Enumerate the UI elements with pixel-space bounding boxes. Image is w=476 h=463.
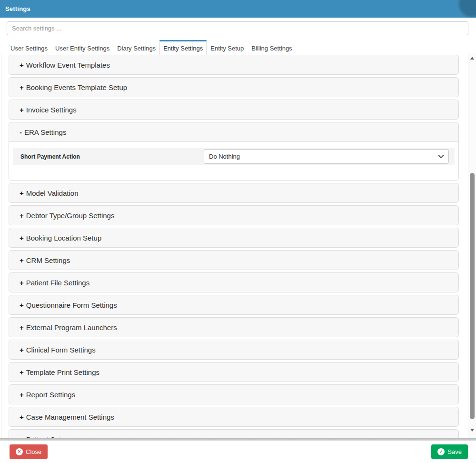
expand-icon: + [20, 302, 24, 309]
accordion-title: CRM Settings [26, 256, 70, 264]
expand-icon: + [20, 413, 24, 421]
accordion-title: ERA Settings [24, 128, 66, 136]
close-button-label: Close [26, 448, 41, 455]
accordion-title: Template Print Settings [26, 368, 99, 376]
expand-icon: + [20, 391, 24, 398]
accordion-header[interactable]: + Booking Location Setup [9, 228, 458, 247]
accordion-title: Questionnaire Form Settings [26, 301, 117, 309]
accordion-header[interactable]: + Booking Events Template Setup [9, 78, 458, 97]
accordion-title: Invoice Settings [26, 106, 77, 114]
tab-label: Entity Settings [163, 45, 203, 52]
accordion-title: Model Validation [26, 189, 79, 197]
scrollbar-thumb[interactable] [470, 173, 475, 419]
expand-icon: + [20, 279, 24, 286]
close-icon: ✕ [16, 448, 23, 455]
accordion-title: External Program Launchers [26, 323, 117, 332]
save-button-label: Save [447, 448, 462, 455]
setting-select[interactable]: Do Nothing [204, 149, 449, 164]
expand-icon: - [20, 129, 22, 136]
search-input[interactable] [7, 21, 468, 35]
tab-label: User Entity Settings [55, 45, 109, 52]
accordion-panel-crm-settings: + CRM Settings [9, 250, 459, 270]
expand-icon: + [20, 84, 24, 91]
accordion-title: Report Settings [26, 391, 75, 399]
accordion-header[interactable]: + Patient Setup [9, 430, 458, 438]
accordion-header[interactable]: + Debtor Type/Group Settings [9, 206, 458, 225]
tab-label: Entity Setup [210, 45, 244, 52]
accordion-title: Booking Location Setup [26, 234, 101, 242]
accordion-header[interactable]: + CRM Settings [9, 251, 458, 270]
accordion-panel-workflow-event-templates: + Workflow Event Templates [9, 55, 459, 75]
save-check-icon: ✓ [437, 448, 445, 455]
accordion-header[interactable]: + Clinical Form Settings [9, 340, 458, 359]
accordion-panel-model-validation: + Model Validation [9, 183, 459, 203]
setting-label: Short Payment Action [20, 153, 204, 160]
accordion-panel-invoice-settings: + Invoice Settings [9, 100, 459, 120]
accordion-header[interactable]: + Workflow Event Templates [9, 55, 458, 74]
accordion-panel-external-program-launchers: + External Program Launchers [9, 317, 459, 337]
vertical-scrollbar[interactable] [468, 53, 476, 438]
tab-label: Billing Settings [251, 45, 292, 52]
expand-icon: + [20, 212, 24, 219]
setting-select-wrap: Do Nothing [204, 149, 449, 164]
tab-label: Diary Settings [117, 45, 156, 52]
modal-footer: ✕ Close ✓ Save [0, 441, 476, 463]
accordion-header[interactable]: + Patient File Settings [9, 273, 458, 292]
expand-icon: + [20, 106, 24, 113]
accordion-panel-era-settings: - ERA Settings Short Payment Action Do N… [9, 122, 459, 181]
page-title: Settings [5, 5, 30, 12]
accordion-title: Workflow Event Templates [26, 61, 110, 69]
accordion-header[interactable]: - ERA Settings [9, 122, 458, 141]
settings-accordion-list: + Workflow Event Templates + Booking Eve… [9, 55, 466, 438]
save-button[interactable]: ✓ Save [431, 444, 468, 459]
accordion-body: Short Payment Action Do Nothing [9, 141, 458, 180]
accordion-header[interactable]: + Report Settings [9, 385, 458, 404]
accordion-header[interactable]: + External Program Launchers [9, 318, 458, 337]
accordion-panel-patient-file-settings: + Patient File Settings [9, 272, 459, 292]
accordion-panel-template-print-settings: + Template Print Settings [9, 362, 459, 382]
accordion-title: Debtor Type/Group Settings [26, 211, 115, 220]
accordion-title: Clinical Form Settings [26, 346, 96, 354]
settings-content: + Workflow Event Templates + Booking Eve… [1, 53, 466, 438]
accordion-header[interactable]: + Case Management Settings [9, 407, 458, 426]
expand-icon: + [20, 61, 24, 69]
expand-icon: + [20, 234, 24, 242]
close-button[interactable]: ✕ Close [10, 444, 48, 459]
accordion-title: Booking Events Template Setup [26, 83, 127, 91]
accordion-header[interactable]: + Model Validation [9, 183, 458, 202]
accordion-title: Patient File Settings [26, 279, 89, 287]
accordion-panel-booking-events-template-setup: + Booking Events Template Setup [9, 77, 459, 97]
accordion-panel-debtor-type-group-settings: + Debtor Type/Group Settings [9, 205, 459, 225]
scroll-up-icon[interactable] [470, 57, 474, 60]
corner-decoration [459, 0, 476, 17]
accordion-panel-clinical-form-settings: + Clinical Form Settings [9, 340, 459, 360]
accordion-header[interactable]: + Questionnaire Form Settings [9, 295, 458, 314]
expand-icon: + [20, 190, 24, 197]
expand-icon: + [20, 346, 24, 353]
accordion-panel-report-settings: + Report Settings [9, 384, 459, 404]
setting-row: Short Payment Action Do Nothing [13, 148, 455, 165]
accordion-panel-case-management-settings: + Case Management Settings [9, 407, 459, 427]
accordion-header[interactable]: + Invoice Settings [9, 100, 458, 119]
accordion-panel-questionnaire-form-settings: + Questionnaire Form Settings [9, 295, 459, 315]
accordion-panel-booking-location-setup: + Booking Location Setup [9, 228, 459, 248]
search-row [7, 21, 469, 35]
expand-icon: + [20, 369, 24, 376]
expand-icon: + [20, 257, 24, 264]
expand-icon: + [20, 324, 24, 331]
tab-label: User Settings [10, 45, 48, 52]
scroll-down-icon[interactable] [470, 429, 474, 432]
accordion-header[interactable]: + Template Print Settings [9, 362, 458, 382]
accordion-title: Case Management Settings [26, 413, 114, 421]
accordion-panel-patient-setup: + Patient Setup [9, 429, 459, 438]
modal-header: Settings [0, 0, 476, 18]
